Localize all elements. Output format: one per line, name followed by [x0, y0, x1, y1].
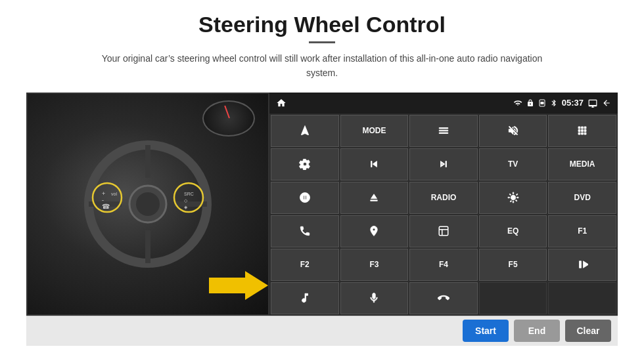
list-icon: [438, 125, 449, 136]
panel-statusbar: 05:37: [269, 93, 618, 114]
lock-icon: [526, 98, 534, 108]
btn-f4[interactable]: F4: [409, 249, 478, 281]
steering-wheel-area: + vol - ☎ SRC ◇ ◈: [26, 93, 269, 316]
apps-icon: [576, 125, 588, 136]
call-end-icon: [438, 292, 449, 304]
btn-apps[interactable]: [548, 115, 616, 147]
music-icon: [299, 292, 311, 304]
bluetooth-icon: [550, 98, 558, 108]
svg-rect-19: [439, 227, 448, 236]
play-pause-icon: [576, 259, 588, 270]
end-button[interactable]: End: [514, 320, 560, 342]
panel-grid: MODE: [269, 114, 618, 316]
btn-nav-circle[interactable]: [340, 215, 409, 247]
steering-wheel-bg: + vol - ☎ SRC ◇ ◈: [28, 94, 268, 314]
svg-point-12: [174, 183, 203, 212]
btn-navigate[interactable]: [271, 115, 339, 147]
btn-music[interactable]: [271, 282, 339, 314]
btn-f3[interactable]: F3: [340, 249, 409, 281]
btn-media[interactable]: MEDIA: [548, 148, 616, 180]
rewind-icon: [368, 158, 380, 170]
microphone-icon: [368, 292, 380, 304]
start-button[interactable]: Start: [463, 320, 509, 342]
forward-icon: [438, 158, 449, 170]
status-right: 05:37: [513, 98, 611, 108]
status-time: 05:37: [562, 98, 584, 108]
btn-360[interactable]: [271, 182, 339, 214]
status-left: [276, 98, 287, 108]
wifi-icon: [513, 98, 522, 108]
btn-play-pause[interactable]: [548, 249, 616, 281]
page-subtitle: Your original car’s steering wheel contr…: [99, 51, 545, 81]
screen-icon: [587, 98, 598, 108]
arrow-icon: [209, 268, 268, 303]
svg-marker-16: [209, 271, 268, 300]
control-panel: 05:37 MODE: [269, 93, 618, 316]
svg-rect-18: [540, 102, 543, 104]
btn-brightness[interactable]: [479, 182, 547, 214]
car-360-icon: [299, 192, 311, 203]
home-icon: [276, 98, 287, 108]
window-icon: [438, 225, 449, 237]
btn-microphone[interactable]: [340, 282, 409, 314]
back-icon: [602, 98, 611, 108]
sim-icon: [538, 98, 546, 108]
brightness-icon: [507, 192, 519, 203]
btn-phone[interactable]: [271, 215, 339, 247]
btn-f1[interactable]: F1: [548, 215, 616, 247]
btn-mute[interactable]: [479, 115, 547, 147]
mute-icon: [507, 125, 519, 136]
btn-empty-2: [548, 282, 616, 314]
btn-dvd[interactable]: DVD: [548, 182, 616, 214]
btn-settings[interactable]: [271, 148, 339, 180]
svg-text:☎: ☎: [102, 203, 110, 210]
btn-radio[interactable]: RADIO: [409, 182, 478, 214]
phone-icon: [299, 225, 311, 237]
btn-f5[interactable]: F5: [479, 249, 547, 281]
btn-eject[interactable]: [340, 182, 409, 214]
btn-tv[interactable]: TV: [479, 148, 547, 180]
svg-point-6: [136, 192, 160, 216]
svg-text:SRC: SRC: [184, 192, 194, 196]
btn-list[interactable]: [409, 115, 478, 147]
page-title: Steering Wheel Control: [198, 12, 446, 37]
title-underline: [309, 41, 335, 43]
btn-call-end[interactable]: [409, 282, 478, 314]
page-container: Steering Wheel Control Your original car…: [0, 0, 644, 357]
btn-forward[interactable]: [409, 148, 478, 180]
content-row: + vol - ☎ SRC ◇ ◈: [26, 93, 618, 316]
navigate-icon: [299, 125, 311, 136]
settings-icon: [299, 158, 311, 170]
bottom-buttons-bar: Start End Clear: [26, 316, 618, 346]
navigation-circle-icon: [368, 225, 380, 237]
btn-empty-1: [479, 282, 547, 314]
btn-f2[interactable]: F2: [271, 249, 339, 281]
svg-text:vol: vol: [111, 192, 117, 196]
eject-icon: [368, 192, 380, 203]
btn-window[interactable]: [409, 215, 478, 247]
steering-wheel-svg: + vol - ☎ SRC ◇ ◈: [82, 138, 214, 270]
clear-button[interactable]: Clear: [565, 320, 611, 342]
svg-text:+: +: [102, 190, 105, 197]
btn-mode[interactable]: MODE: [340, 115, 409, 147]
btn-rewind[interactable]: [340, 148, 409, 180]
btn-eq[interactable]: EQ: [479, 215, 547, 247]
